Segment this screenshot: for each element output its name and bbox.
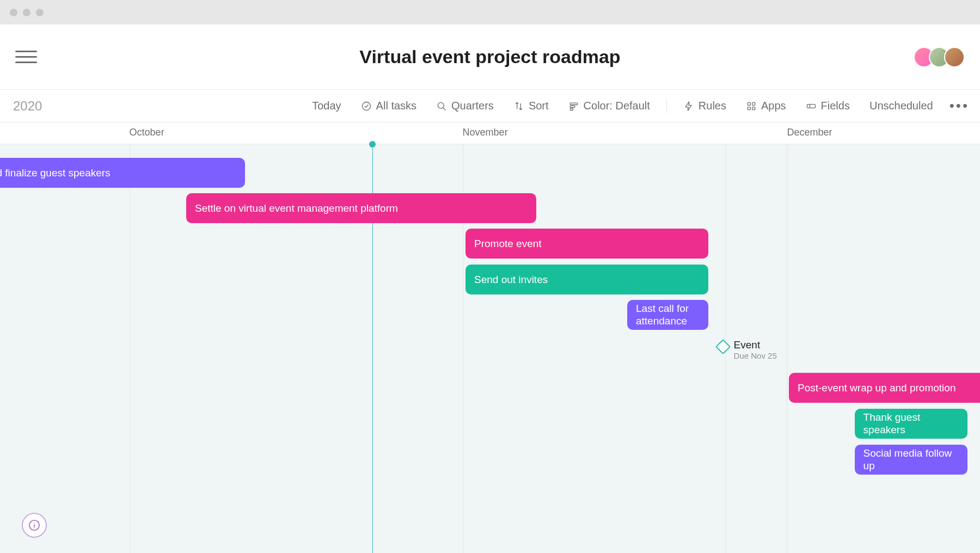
quarters-label: Quarters [451, 100, 494, 112]
color-label: Color: Default [584, 100, 650, 112]
apps-icon [746, 101, 757, 112]
milestone-label: Event [734, 339, 777, 351]
today-indicator-icon [369, 141, 376, 148]
task-bar[interactable]: Promote event [465, 229, 708, 259]
svg-rect-4 [570, 106, 574, 107]
task-label: Promote event [474, 238, 542, 250]
task-bar[interactable]: Social media follow up [855, 445, 967, 475]
all-tasks-label: All tasks [376, 100, 416, 112]
apps-label: Apps [761, 100, 786, 112]
svg-rect-6 [748, 102, 750, 105]
svg-point-0 [362, 102, 370, 110]
month-header-row: October November December [0, 122, 980, 144]
svg-rect-5 [570, 108, 573, 110]
fields-icon [806, 101, 817, 112]
rules-label: Rules [699, 100, 726, 112]
milestone-icon [715, 339, 730, 354]
year-label: 2020 [11, 99, 42, 114]
task-bar[interactable]: Settle on virtual event management platf… [186, 193, 536, 223]
month-label: October [130, 127, 164, 138]
svg-rect-9 [752, 107, 755, 109]
task-label: Social media follow up [863, 447, 959, 472]
check-circle-icon [361, 101, 372, 112]
task-label: Plan venue and finalize guest speakers [0, 167, 111, 179]
page-title: Virtual event project roadmap [359, 46, 620, 67]
unscheduled-button[interactable]: Unscheduled [869, 100, 933, 112]
task-bar[interactable]: Post-event wrap up and promotion [789, 373, 980, 403]
svg-rect-8 [748, 107, 750, 109]
svg-rect-10 [807, 104, 815, 108]
traffic-light-close[interactable] [10, 9, 17, 16]
magnifier-icon [436, 101, 447, 112]
fields-label: Fields [821, 100, 850, 112]
today-label: Today [312, 100, 341, 112]
milestone-due: Due Nov 25 [734, 351, 777, 360]
quarters-zoom[interactable]: Quarters [436, 100, 494, 112]
help-button[interactable] [22, 513, 47, 538]
task-label: Settle on virtual event management platf… [195, 202, 398, 214]
lightning-icon [683, 101, 694, 112]
timeline-toolbar: 2020 Today All tasks Quarters Sort Color… [0, 90, 980, 122]
sort-icon [513, 101, 524, 112]
svg-point-1 [438, 102, 444, 108]
svg-line-2 [443, 107, 446, 110]
traffic-light-minimize[interactable] [23, 9, 30, 16]
rules-button[interactable]: Rules [683, 100, 726, 112]
all-tasks-filter[interactable]: All tasks [361, 100, 416, 112]
task-bar[interactable]: Last call for attendance [627, 300, 708, 330]
menu-button[interactable] [15, 46, 37, 68]
toolbar-separator [666, 99, 667, 113]
unscheduled-label: Unscheduled [869, 100, 933, 112]
apps-button[interactable]: Apps [746, 100, 786, 112]
month-gridline [787, 144, 787, 553]
sort-button[interactable]: Sort [513, 100, 549, 112]
svg-rect-3 [570, 103, 577, 105]
info-icon [28, 519, 40, 531]
svg-point-14 [34, 523, 34, 523]
task-label: Last call for attendance [636, 303, 700, 328]
task-bar[interactable]: Plan venue and finalize guest speakers [0, 158, 245, 188]
task-label: Thank guest speakers [863, 411, 959, 437]
month-gridline [130, 144, 130, 553]
task-label: Send out invites [474, 274, 548, 286]
today-button[interactable]: Today [312, 100, 341, 112]
overflow-menu[interactable]: ••• [950, 97, 969, 114]
color-button[interactable]: Color: Default [568, 100, 650, 112]
fields-button[interactable]: Fields [806, 100, 850, 112]
traffic-light-zoom[interactable] [36, 9, 44, 16]
task-bar[interactable]: Send out invites [465, 265, 708, 294]
sort-label: Sort [529, 100, 549, 112]
task-label: Post-event wrap up and promotion [798, 382, 955, 394]
palette-icon [568, 101, 579, 112]
avatar-stack[interactable] [919, 47, 965, 67]
window-title-bar [0, 0, 980, 24]
month-label: December [787, 127, 832, 138]
app-header: Virtual event project roadmap [0, 24, 980, 90]
month-label: November [463, 127, 508, 138]
svg-rect-7 [752, 102, 755, 105]
timeline-canvas[interactable]: October November December Plan venue and… [0, 122, 980, 553]
task-bar[interactable]: Thank guest speakers [855, 409, 967, 439]
milestone[interactable]: Event Due Nov 25 [718, 339, 777, 360]
avatar[interactable] [944, 47, 965, 67]
